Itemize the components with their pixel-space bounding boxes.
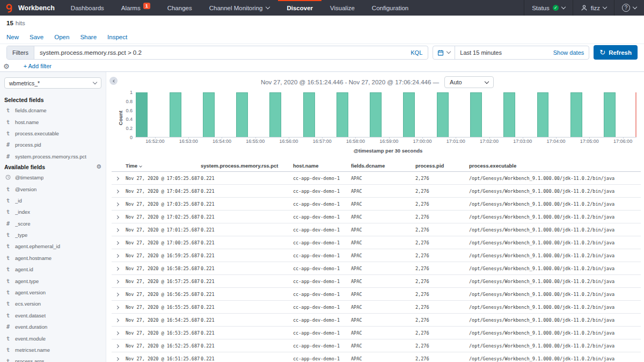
table-cell: APAC [351,201,415,207]
expand-row-icon[interactable] [115,306,119,309]
filters-button[interactable]: Filters [7,46,34,59]
histogram-bar[interactable] [437,92,449,137]
field-item-agent-version[interactable]: tagent.version [4,287,101,298]
histogram-bar[interactable] [336,92,348,137]
field-item-ecs-version[interactable]: tecs.version [4,298,101,309]
field-item-event-module[interactable]: tevent.module [4,332,101,344]
inspect-button[interactable]: Inspect [107,34,127,40]
histogram-bar[interactable] [537,92,549,137]
field-item-agent-hostname[interactable]: tagent.hostname [4,252,101,264]
nav-item-channel-monitoring[interactable]: Channel Monitoring [201,0,279,16]
field-item-agent-type[interactable]: tagent.type [4,275,101,286]
status-menu[interactable]: Status ✓ [524,0,573,16]
expand-row-icon[interactable] [115,318,119,322]
table-cell: Nov 27, 2020 @ 16:56:25.687 [126,292,201,297]
column-header-host-name[interactable]: host.name [293,163,351,169]
histogram-bar[interactable] [203,92,215,137]
nav-item-visualize[interactable]: Visualize [321,0,363,16]
expand-row-icon[interactable] [115,280,119,284]
histogram-bar[interactable] [470,92,482,137]
column-header-fields-dcname[interactable]: fields.dcname [351,163,415,169]
field-item-process-args[interactable]: tprocess.args [4,356,101,362]
field-item-host-name[interactable]: thost.name [4,116,101,127]
column-header-process-pid[interactable]: process.pid [415,163,469,169]
field-name: event.duration [15,324,47,330]
status-ok-icon: ✓ [553,5,559,11]
expand-row-icon[interactable] [115,293,119,296]
expand-row-icon[interactable] [115,254,119,258]
expand-row-icon[interactable] [115,331,119,335]
collapse-sidebar-button[interactable] [109,77,118,85]
time-range-value[interactable]: Last 15 minutes [455,49,548,56]
nav-item-dashboards[interactable]: Dashboards [62,0,113,16]
field-item-index[interactable]: t_index [4,206,101,218]
histogram-bar[interactable] [604,92,616,137]
histogram-bar[interactable] [503,92,515,137]
field-settings-gear-icon[interactable]: ⚙ [96,164,101,170]
field-item-agent-ephemeral-id[interactable]: tagent.ephemeral_id [4,241,101,252]
expand-row-icon[interactable] [115,267,119,271]
histogram-bar[interactable] [403,92,415,137]
text-field-icon: t [5,209,11,215]
field-name: ecs.version [15,301,41,307]
column-header-system-process-memory-rss-pct[interactable]: system.process.memory.rss.pct [201,163,293,169]
expand-row-icon[interactable] [115,228,119,232]
field-item-agent-id[interactable]: tagent.id [4,264,101,275]
refresh-button[interactable]: ↻ Refresh [594,45,638,60]
histogram-bar[interactable] [236,92,248,137]
histogram-bar[interactable] [269,92,281,137]
field-item-event-dataset[interactable]: tevent.dataset [4,310,101,321]
expand-row-icon[interactable] [115,357,119,361]
field-item-type[interactable]: t_type [4,229,101,241]
calendar-menu-button[interactable] [433,46,455,59]
nav-item-configuration[interactable]: Configuration [363,0,417,16]
nav-item-discover[interactable]: Discover [278,0,321,16]
save-button[interactable]: Save [30,34,43,40]
search-input[interactable] [34,49,405,56]
histogram-bar[interactable] [370,92,382,137]
index-pattern-select[interactable]: wbmetrics_* [4,77,101,89]
field-item-event-duration[interactable]: #event.duration [4,321,101,332]
show-dates-button[interactable]: Show dates [548,49,589,56]
table-cell: 0.221 [201,214,293,220]
expand-row-icon[interactable] [115,177,119,180]
field-item-version[interactable]: t@version [4,183,101,194]
nav-item-changes[interactable]: Changes [159,0,201,16]
query-language-button[interactable]: KQL [405,49,428,56]
field-item-fields-dcname[interactable]: tfields.dcname [4,105,101,116]
expand-row-icon[interactable] [115,241,119,245]
open-button[interactable]: Open [54,34,69,40]
help-menu[interactable]: ? [614,0,644,16]
expand-row-icon[interactable] [115,344,119,348]
histogram-bar[interactable] [170,92,181,137]
plot-area[interactable] [135,92,636,137]
field-item-process-executable[interactable]: tprocess.executable [4,128,101,139]
histogram-bar[interactable] [570,92,582,137]
table-row: Nov 27, 2020 @ 16:56:25.6870.221cc-app-d… [112,288,641,301]
x-tick-label: 16:58:00 [346,139,365,144]
field-item-process-pid[interactable]: #process.pid [4,139,101,150]
table-cell: 0.221 [201,176,293,181]
field-item-system-process-memory-rss-pct[interactable]: #system.process.memory.rss.pct [4,151,101,162]
histogram-bar[interactable] [136,92,148,137]
field-item-metricset-name[interactable]: tmetricset.name [4,344,101,356]
field-item-id[interactable]: t_id [4,195,101,206]
add-filter-button[interactable]: + Add filter [24,63,52,69]
column-header-time[interactable]: Time [126,163,201,169]
expand-row-icon[interactable] [115,190,119,193]
histogram-bar[interactable] [303,92,315,137]
field-item-timestamp[interactable]: @timestamp [4,172,101,183]
interval-select[interactable]: Auto [444,76,494,88]
expand-row-icon[interactable] [115,215,119,219]
field-item-score[interactable]: #_score [4,218,101,229]
expand-row-icon[interactable] [115,202,119,206]
filter-settings-gear-icon[interactable]: ⚙ [3,63,10,70]
nav-item-alarms[interactable]: Alarms1 [113,0,159,16]
new-button[interactable]: New [6,34,19,40]
table-cell: Nov 27, 2020 @ 16:57:25.687 [126,279,201,284]
share-button[interactable]: Share [80,34,97,40]
column-header-process-executable[interactable]: process.executable [469,163,641,169]
user-label: fizz [591,5,600,11]
user-menu[interactable]: fizz [573,0,614,16]
y-tick-label: 0.8 [126,99,133,104]
